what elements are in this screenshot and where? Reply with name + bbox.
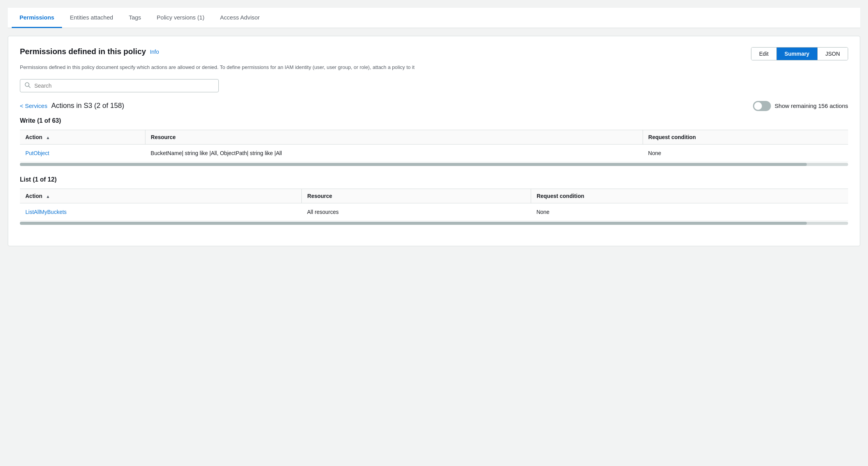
tabs-bar: Permissions Entities attached Tags Polic… [8, 8, 860, 28]
search-icon [25, 82, 31, 89]
list-condition-cell: None [531, 203, 848, 221]
list-table: Action ▲ Resource Request condition List… [20, 189, 848, 221]
write-table-scroll[interactable]: Action ▲ Resource Request condition PutO… [20, 130, 848, 167]
tab-policy-versions[interactable]: Policy versions (1) [149, 8, 213, 28]
write-col-action[interactable]: Action ▲ [20, 130, 145, 144]
summary-button[interactable]: Summary [777, 48, 818, 60]
list-scrollbar-thumb [20, 222, 807, 225]
write-table: Action ▲ Resource Request condition PutO… [20, 130, 848, 162]
sort-icon-action: ▲ [46, 135, 50, 140]
toggle-switch[interactable] [753, 101, 771, 111]
list-section: List (1 of 12) Action ▲ Resource Request… [20, 176, 848, 226]
services-link[interactable]: < Services [20, 102, 47, 109]
info-link[interactable]: Info [150, 49, 159, 55]
table-row: ListAllMyBuckets All resources None [20, 203, 848, 221]
write-condition-cell: None [643, 144, 848, 162]
tab-tags[interactable]: Tags [121, 8, 149, 28]
write-section-title: Write (1 of 63) [20, 117, 848, 124]
search-input[interactable] [20, 79, 219, 92]
card-subtitle: Permissions defined in this policy docum… [20, 64, 848, 71]
list-col-condition: Request condition [531, 189, 848, 203]
content-card: Permissions defined in this policy Info … [8, 36, 860, 246]
write-table-header-row: Action ▲ Resource Request condition [20, 130, 848, 144]
edit-button[interactable]: Edit [751, 48, 777, 60]
page-container: Permissions Entities attached Tags Polic… [0, 0, 868, 254]
list-col-action[interactable]: Action ▲ [20, 189, 302, 203]
list-all-my-buckets-link[interactable]: ListAllMyBuckets [25, 209, 67, 215]
write-scrollbar-track [20, 163, 848, 166]
tab-permissions[interactable]: Permissions [12, 8, 62, 28]
list-table-header-row: Action ▲ Resource Request condition [20, 189, 848, 203]
toggle-area: Show remaining 156 actions [753, 101, 848, 111]
card-header: Permissions defined in this policy Info … [20, 47, 848, 60]
list-resource-cell: All resources [302, 203, 531, 221]
actions-title: Actions in S3 (2 of 158) [51, 102, 124, 110]
tab-entities-attached[interactable]: Entities attached [62, 8, 121, 28]
write-col-resource: Resource [145, 130, 643, 144]
list-section-title: List (1 of 12) [20, 176, 848, 183]
toggle-slider [753, 101, 771, 111]
view-buttons: Edit Summary JSON [751, 47, 848, 60]
card-title: Permissions defined in this policy [20, 47, 146, 56]
list-scrollbar-track [20, 222, 848, 225]
write-action-cell: PutObject [20, 144, 145, 162]
toggle-label: Show remaining 156 actions [775, 102, 848, 109]
search-container [20, 79, 848, 92]
table-row: PutObject BucketName| string like |All, … [20, 144, 848, 162]
write-scrollbar-thumb [20, 163, 807, 166]
put-object-link[interactable]: PutObject [25, 150, 49, 156]
card-title-area: Permissions defined in this policy Info [20, 47, 159, 56]
write-section: Write (1 of 63) Action ▲ Resource Reques… [20, 117, 848, 167]
actions-nav: < Services Actions in S3 (2 of 158) [20, 102, 124, 110]
tab-access-advisor[interactable]: Access Advisor [212, 8, 267, 28]
json-button[interactable]: JSON [818, 48, 848, 60]
list-table-scroll[interactable]: Action ▲ Resource Request condition List… [20, 189, 848, 226]
list-col-resource: Resource [302, 189, 531, 203]
write-col-condition: Request condition [643, 130, 848, 144]
list-action-cell: ListAllMyBuckets [20, 203, 302, 221]
svg-line-1 [29, 86, 30, 88]
write-resource-cell: BucketName| string like |All, ObjectPath… [145, 144, 643, 162]
actions-header: < Services Actions in S3 (2 of 158) Show… [20, 101, 848, 111]
sort-icon-list-action: ▲ [46, 194, 50, 199]
